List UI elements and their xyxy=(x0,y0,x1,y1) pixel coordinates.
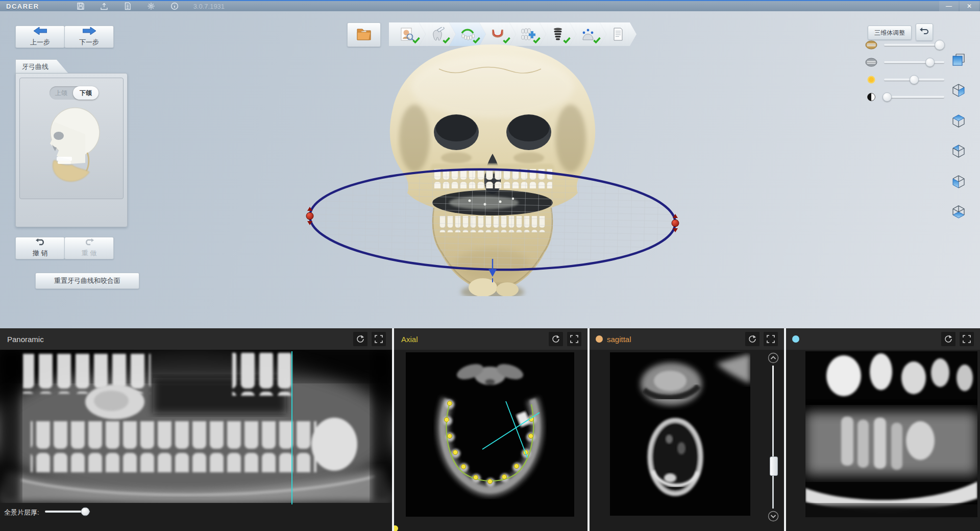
brightness-slider-row xyxy=(864,73,953,87)
undo-icon xyxy=(35,238,45,248)
next-step-button[interactable]: 下一步 xyxy=(64,26,114,48)
view-cube-right-icon[interactable] xyxy=(950,81,967,99)
next-step-label: 下一步 xyxy=(79,38,99,47)
reset-arch-button[interactable]: 重置牙弓曲线和咬合面 xyxy=(35,273,139,289)
undo-label: 撤 销 xyxy=(33,249,48,258)
panoramic-image[interactable] xyxy=(0,350,392,503)
panoramic-title: Panoramic xyxy=(7,335,44,344)
dcarer-app: DCARER 3.0.7.1931 — ✕ 上一步 下一步 xyxy=(0,0,980,531)
fullscreen-icon[interactable] xyxy=(960,332,974,346)
contrast-slider[interactable] xyxy=(884,96,944,98)
lower-jaw-icon xyxy=(864,58,879,67)
slice-scroll-thumb[interactable] xyxy=(770,456,778,476)
lower-jaw-slider[interactable] xyxy=(884,61,944,63)
sagittal-viewport[interactable]: sagittal xyxy=(590,328,784,531)
lower-jaw-slider-handle[interactable] xyxy=(925,58,935,67)
prev-step-button[interactable]: 上一步 xyxy=(15,26,65,48)
slice-scroll xyxy=(769,366,777,490)
thickness-slider[interactable] xyxy=(45,508,90,515)
brightness-slider[interactable] xyxy=(884,79,944,81)
brightness-slider-handle[interactable] xyxy=(910,75,919,84)
export-icon[interactable] xyxy=(92,1,116,11)
contrast-icon xyxy=(864,92,879,102)
view-cube-back-left-icon[interactable] xyxy=(950,142,967,159)
contrast-slider-row xyxy=(864,90,953,104)
axial-viewport[interactable]: Axial xyxy=(394,328,587,531)
scroll-up-button[interactable] xyxy=(768,352,779,364)
skull-side-thumbnail xyxy=(36,104,108,193)
contrast-slider-handle[interactable] xyxy=(883,92,892,102)
view-cube-top-icon[interactable] xyxy=(950,112,967,129)
settings-icon[interactable] xyxy=(139,1,163,11)
refresh-icon[interactable] xyxy=(353,332,368,346)
upper-jaw-slider-handle[interactable] xyxy=(935,40,945,50)
app-logo: DCARER xyxy=(6,3,39,10)
save-icon[interactable] xyxy=(69,1,92,11)
prev-step-label: 上一步 xyxy=(30,38,50,47)
arrow-right-icon xyxy=(83,27,96,37)
cross-section-viewport[interactable] xyxy=(786,328,980,531)
fullscreen-icon[interactable] xyxy=(764,332,778,346)
sagittal-color-dot xyxy=(596,335,603,343)
jaw-toggle[interactable]: 上颌 下颌 xyxy=(50,86,99,100)
axial-image[interactable] xyxy=(406,352,574,517)
sagittal-image[interactable] xyxy=(610,352,750,516)
redo-icon xyxy=(84,238,94,248)
viewport-area: Panoramic xyxy=(0,328,980,531)
thickness-label: 全景片层厚: xyxy=(4,508,39,517)
upper-jaw-slider-row xyxy=(864,38,953,52)
jaw-upper-option[interactable]: 上颌 xyxy=(50,89,73,98)
panoramic-viewport[interactable]: Panoramic xyxy=(0,328,392,531)
arch-preview-area: 上颌 下颌 xyxy=(19,78,124,199)
view-cube-bottom-icon[interactable] xyxy=(950,203,967,220)
axial-header: Axial xyxy=(394,328,587,350)
close-button[interactable]: ✕ xyxy=(960,1,979,11)
fullscreen-icon[interactable] xyxy=(372,332,386,346)
undo-button[interactable]: 撤 销 xyxy=(15,237,65,259)
refresh-icon[interactable] xyxy=(745,332,760,346)
brightness-icon xyxy=(864,75,879,85)
titlebar: DCARER 3.0.7.1931 — ✕ xyxy=(0,0,980,11)
lower-jaw-slider-row xyxy=(864,55,953,69)
jaw-lower-option[interactable]: 下颌 xyxy=(73,86,99,100)
reset-arch-label: 重置牙弓曲线和咬合面 xyxy=(54,276,120,285)
view-cube-front-icon[interactable] xyxy=(950,51,967,68)
panoramic-header: Panoramic xyxy=(0,328,392,350)
view-cube-left-icon[interactable] xyxy=(950,173,967,190)
upper-jaw-icon xyxy=(864,40,879,50)
arch-curve-tab-label: 牙弓曲线 xyxy=(22,62,48,71)
redo-label: 重 做 xyxy=(82,249,97,258)
redo-button[interactable]: 重 做 xyxy=(64,237,114,259)
sagittal-header: sagittal xyxy=(590,328,784,350)
axial-curve-endpoint[interactable] xyxy=(394,525,398,531)
refresh-icon[interactable] xyxy=(549,332,563,346)
skull-3d-view[interactable] xyxy=(286,38,704,296)
cross-section-header xyxy=(786,328,980,350)
arch-curve-panel: 上颌 下颌 重置牙弓曲线和咬合面 xyxy=(15,73,128,227)
volume-adjust-label: 三维体调整 xyxy=(874,29,905,37)
minimize-button[interactable]: — xyxy=(939,1,959,11)
refresh-icon[interactable] xyxy=(941,332,955,346)
scroll-down-button[interactable] xyxy=(768,511,779,522)
info-icon[interactable] xyxy=(163,1,186,11)
axial-title: Axial xyxy=(401,335,418,344)
sagittal-title: sagittal xyxy=(607,335,631,344)
occlusal-plane xyxy=(309,166,676,273)
undo-arrow-icon xyxy=(920,28,929,37)
cross-section-color-dot xyxy=(792,335,799,343)
arrow-left-icon xyxy=(34,27,47,37)
thickness-slider-handle[interactable] xyxy=(81,508,90,516)
cross-section-image[interactable] xyxy=(805,351,977,517)
panoramic-slice-indicator[interactable] xyxy=(291,351,292,504)
app-version: 3.0.7.1931 xyxy=(193,3,225,10)
report-icon[interactable] xyxy=(116,1,139,11)
arch-curve-tab[interactable]: 牙弓曲线 xyxy=(15,59,68,74)
upper-jaw-slider[interactable] xyxy=(884,44,944,46)
fullscreen-icon[interactable] xyxy=(567,332,581,346)
